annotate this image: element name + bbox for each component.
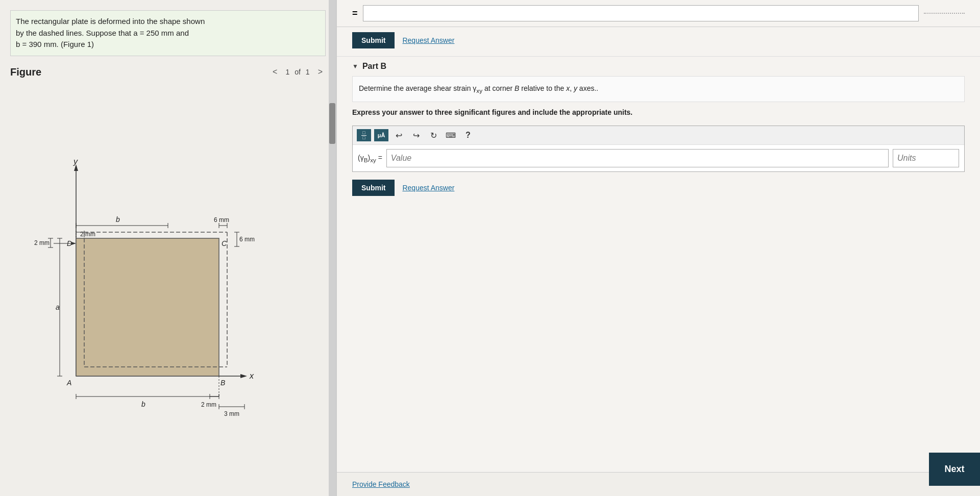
- b-bottom-label: b: [141, 400, 145, 408]
- figure-page-current: 1: [285, 68, 289, 76]
- y-axis-label: y: [73, 157, 78, 166]
- dim-2mm-left-label: 2 mm: [34, 239, 50, 246]
- problem-text: The rectangular plate is deformed into t…: [10, 10, 326, 56]
- part-b-label: Part B: [362, 62, 386, 71]
- fraction-icon[interactable]: □ □: [357, 129, 371, 141]
- svg-marker-7: [71, 242, 76, 245]
- figure-prev-button[interactable]: <: [270, 66, 280, 78]
- equals-sign: =: [352, 8, 358, 19]
- figure-next-button[interactable]: >: [315, 66, 326, 78]
- next-button[interactable]: Next: [929, 453, 980, 486]
- part-b-units-input[interactable]: [893, 149, 959, 167]
- help-icon[interactable]: ?: [461, 129, 475, 141]
- corner-c-label: C: [222, 239, 227, 247]
- figure-header: Figure < 1 of 1 >: [10, 66, 326, 78]
- figure-nav: < 1 of 1 >: [270, 66, 326, 78]
- part-a-answer-row: =: [337, 0, 980, 27]
- redo-icon[interactable]: ↪: [409, 129, 423, 141]
- corner-b-label: B: [220, 379, 225, 387]
- a-label: a: [56, 303, 60, 311]
- part-b-description-text: Determine the average shear strain γxy a…: [359, 84, 598, 92]
- provide-feedback-button[interactable]: Provide Feedback: [352, 480, 410, 488]
- x-axis-label: x: [249, 371, 254, 380]
- part-b-submit-button[interactable]: Submit: [352, 180, 395, 196]
- figure-label: Figure: [10, 66, 41, 78]
- figure-container: y x D C: [10, 83, 326, 486]
- footer-bar: Provide Feedback: [337, 472, 980, 496]
- mu-a-icon[interactable]: μÅ: [374, 129, 388, 141]
- part-b-header: ▼ Part B: [337, 56, 980, 76]
- scroll-thumb[interactable]: [329, 103, 335, 144]
- problem-line2: by the dashed lines. Suppose that a = 25…: [16, 29, 189, 37]
- part-b-value-input[interactable]: [386, 149, 889, 167]
- main-rect: [76, 238, 219, 376]
- refresh-icon[interactable]: ↻: [426, 129, 440, 141]
- keyboard-icon[interactable]: ⌨: [444, 129, 458, 141]
- dim-6mm-top-label: 6 mm: [214, 216, 229, 224]
- part-b-toolbar: □ □ μÅ ↩ ↪ ↻ ⌨ ?: [353, 126, 964, 145]
- dim-2mm-top-label: 2 mm: [80, 231, 95, 238]
- problem-line1: The rectangular plate is deformed into t…: [16, 17, 205, 26]
- part-a-submit-row: Submit Request Answer: [337, 27, 980, 56]
- figure-page-total: 1: [306, 68, 310, 76]
- part-b-arrow: ▼: [352, 63, 358, 70]
- part-a-submit-button[interactable]: Submit: [352, 32, 395, 48]
- x-axis-arrow: [240, 374, 247, 378]
- dim-6mm-right-label: 6 mm: [239, 236, 255, 243]
- part-b-answer-label: (γB)xy =: [358, 154, 382, 163]
- undo-icon[interactable]: ↩: [391, 129, 406, 141]
- b-top-label: b: [116, 215, 120, 224]
- dim-3mm-label: 3 mm: [224, 410, 239, 417]
- part-a-value-input[interactable]: [363, 5, 919, 21]
- right-panel: = Submit Request Answer ▼ Part B Determi…: [337, 0, 980, 496]
- part-b-instruction: Express your answer to three significant…: [352, 107, 965, 118]
- part-a-request-answer-button[interactable]: Request Answer: [402, 36, 454, 44]
- diagram-svg: y x D C: [25, 136, 311, 432]
- dots-line: [924, 13, 965, 14]
- figure-of-label: of: [295, 68, 301, 76]
- scrollbar[interactable]: [329, 0, 336, 496]
- corner-a-label: A: [66, 379, 71, 387]
- part-b-answer-box: □ □ μÅ ↩ ↪ ↻ ⌨ ? (γB)xy =: [352, 126, 965, 172]
- part-b-content: Determine the average shear strain γxy a…: [337, 76, 980, 204]
- part-b-submit-row: Submit Request Answer: [352, 180, 965, 204]
- part-b-input-row: (γB)xy =: [353, 145, 964, 171]
- part-b-request-answer-button[interactable]: Request Answer: [402, 184, 454, 192]
- left-panel: The rectangular plate is deformed into t…: [0, 0, 337, 496]
- part-b-description: Determine the average shear strain γxy a…: [352, 76, 965, 102]
- problem-line3: b = 390 mm. (Figure 1): [16, 40, 94, 48]
- dim-2mm-bottom-label: 2 mm: [201, 401, 216, 408]
